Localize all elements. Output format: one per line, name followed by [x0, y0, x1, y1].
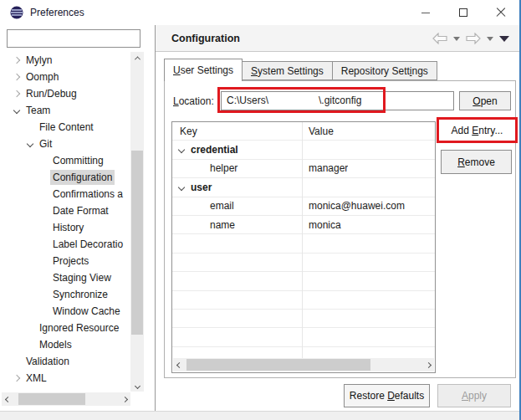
open-button[interactable]: Open [459, 91, 511, 110]
preferences-tree: Mylyn Oomph Run/Debug Team File Content … [0, 52, 130, 383]
empty-table-row [172, 272, 435, 290]
tree-item-staging-view[interactable]: Staging View [0, 269, 130, 286]
minimize-icon [421, 13, 430, 13]
tab-repository-settings[interactable]: Repository Settings [332, 61, 437, 80]
close-button[interactable] [482, 0, 519, 25]
tree-item-configuration[interactable]: Configuration [0, 169, 130, 186]
chevron-right-icon[interactable] [10, 371, 23, 383]
tree-vscroll-thumb[interactable] [131, 151, 143, 335]
tree-item-git[interactable]: Git [0, 136, 130, 152]
tree-item-run-debug[interactable]: Run/Debug [0, 85, 130, 102]
back-arrow-icon[interactable] [432, 33, 447, 44]
filter-input[interactable] [7, 29, 140, 48]
chevron-down-icon[interactable] [178, 184, 185, 191]
tree-hscroll-thumb[interactable] [18, 393, 85, 405]
chevron-right-icon[interactable] [10, 70, 23, 84]
scroll-left-icon[interactable] [2, 392, 13, 406]
scroll-left-icon[interactable] [173, 358, 185, 371]
tab-user-settings[interactable]: User Settings [164, 59, 243, 81]
table-row-credential[interactable]: credential [172, 141, 435, 159]
eclipse-logo-icon [10, 6, 23, 19]
apply-button[interactable]: Apply [437, 384, 511, 407]
tree-item-history[interactable]: History [0, 219, 130, 236]
config-table: Key Value credential helper manager user… [171, 121, 436, 373]
empty-table-row [172, 291, 435, 310]
tree-item-models[interactable]: Models [0, 336, 130, 353]
tree-item-ignored-resources[interactable]: Ignored Resource [0, 320, 130, 336]
table-horizontal-scrollbar[interactable] [173, 358, 434, 371]
tree-item-projects[interactable]: Projects [0, 253, 130, 269]
tree-item-confirmations[interactable]: Confirmations a [0, 186, 130, 202]
tree-horizontal-scrollbar[interactable] [2, 392, 130, 406]
tree-vertical-scrollbar[interactable] [130, 52, 144, 392]
forward-arrow-icon[interactable] [466, 33, 481, 44]
tree-item-committing[interactable]: Committing [0, 152, 130, 169]
location-label: Location: [173, 92, 214, 110]
scroll-right-icon[interactable] [119, 392, 130, 406]
empty-table-row [172, 254, 435, 272]
tab-system-settings[interactable]: System Settings [242, 61, 333, 80]
scroll-right-icon[interactable] [422, 358, 434, 371]
tree-item-team[interactable]: Team [0, 102, 130, 119]
tree-item-label-decorations[interactable]: Label Decoratio [0, 236, 130, 253]
tree-item-date-format[interactable]: Date Format [0, 202, 130, 219]
page-header: Configuration [156, 25, 519, 52]
table-header-row: Key Value [172, 122, 435, 141]
location-field[interactable]: C:\Users\ \.gitconfig [221, 91, 454, 110]
chevron-right-icon[interactable] [10, 87, 23, 100]
annotation-box-add-entry: Add Entry... [437, 117, 518, 143]
column-divider [302, 122, 303, 358]
scroll-down-icon[interactable] [130, 380, 144, 392]
page-title: Configuration [171, 33, 240, 44]
dropdown-caret-icon[interactable] [453, 37, 460, 41]
close-icon [496, 8, 506, 18]
dropdown-caret-icon[interactable] [487, 37, 493, 41]
chevron-down-icon[interactable] [178, 146, 185, 153]
chevron-right-icon[interactable] [10, 54, 23, 67]
chevron-down-icon[interactable] [10, 104, 23, 117]
column-header-key: Key [172, 125, 302, 137]
empty-table-row [172, 234, 435, 253]
preference-page: Configuration User Settings System Setti… [156, 25, 519, 411]
view-menu-icon[interactable] [499, 36, 509, 42]
table-row-user[interactable]: user [172, 178, 435, 197]
minimize-button[interactable] [406, 0, 444, 25]
table-row-name[interactable]: name monica [172, 216, 435, 234]
tree-item-file-content[interactable]: File Content [0, 119, 130, 136]
tree-item-mylyn[interactable]: Mylyn [0, 52, 130, 69]
tree-item-oomph[interactable]: Oomph [0, 69, 130, 85]
table-row-email[interactable]: email monica@huawei.com [172, 197, 435, 216]
tree-item-synchronize[interactable]: Synchronize [0, 286, 130, 303]
chevron-down-icon[interactable] [23, 137, 37, 151]
window-title: Preferences [30, 7, 84, 18]
maximize-button[interactable] [444, 0, 482, 25]
table-row-helper[interactable]: helper manager [172, 160, 435, 178]
remove-button[interactable]: Remove [441, 150, 512, 174]
settings-tab-bar: User Settings System Settings Repository… [164, 59, 437, 81]
restore-defaults-button[interactable]: Restore Defaults [344, 384, 430, 407]
tree-item-validation[interactable]: Validation [0, 353, 130, 370]
preferences-sidebar: Mylyn Oomph Run/Debug Team File Content … [0, 25, 155, 411]
titlebar: Preferences [0, 0, 521, 25]
empty-table-row [172, 328, 435, 346]
user-settings-panel: Location: C:\Users\ \.gitconfig Open Key… [164, 80, 516, 378]
empty-table-row [172, 310, 435, 328]
column-header-value: Value [302, 125, 334, 137]
table-hscroll-thumb[interactable] [186, 359, 370, 371]
tree-item-window-cache[interactable]: Window Cache [0, 303, 130, 320]
dialog-bottom-area [0, 411, 519, 420]
scroll-up-icon[interactable] [130, 52, 144, 64]
maximize-icon [459, 8, 467, 17]
tree-item-xml[interactable]: XML [0, 370, 130, 383]
add-entry-button[interactable]: Add Entry... [439, 120, 515, 141]
